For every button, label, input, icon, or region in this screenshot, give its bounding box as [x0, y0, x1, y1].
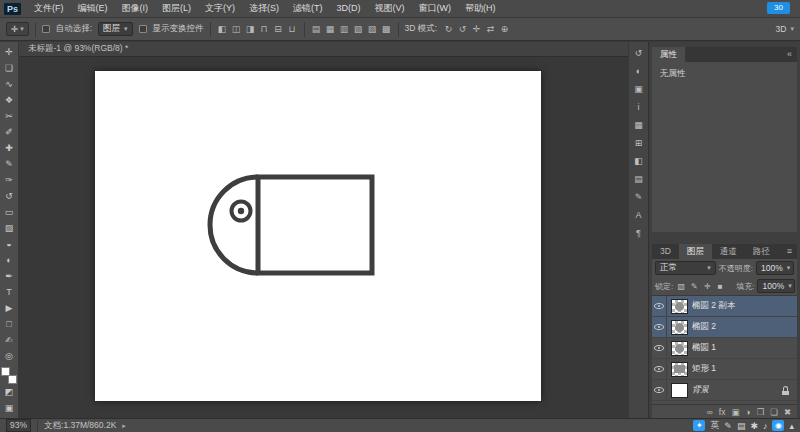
layer-row[interactable]: 椭圆 1 — [652, 338, 797, 359]
menu-file[interactable]: 文件(F) — [27, 3, 71, 13]
3d-drag-icon[interactable]: ✛ — [471, 24, 482, 34]
tray-expand-icon[interactable]: ▴ — [789, 421, 794, 431]
visibility-toggle[interactable] — [652, 338, 667, 358]
layer-row[interactable]: 矩形 1 — [652, 359, 797, 380]
blur-tool[interactable]: ◒ — [1, 236, 18, 252]
ime-settings-icon[interactable]: ✱ — [750, 421, 758, 431]
distribute-left-icon[interactable]: ▧ — [353, 24, 364, 34]
collapse-panels-icon[interactable]: « — [782, 47, 797, 62]
3d-scale-icon[interactable]: ⊕ — [499, 24, 510, 34]
show-transform-checkbox[interactable] — [139, 25, 147, 33]
masks-panel-icon[interactable]: ▣ — [631, 81, 647, 97]
color-panel-icon[interactable]: ◧ — [631, 153, 647, 169]
zoom-tool[interactable]: ◎ — [1, 348, 18, 364]
new-layer-icon[interactable]: ❏ — [770, 407, 778, 417]
adjustments-panel-icon[interactable]: ◐ — [631, 63, 647, 79]
rectangular-marquee-tool[interactable]: ❏ — [1, 60, 18, 76]
blend-mode-select[interactable]: 正常 ▾ — [655, 261, 716, 275]
visibility-toggle[interactable] — [652, 359, 667, 379]
menu-3d[interactable]: 3D(D) — [330, 3, 368, 13]
tab-3d[interactable]: 3D — [652, 244, 679, 259]
hand-tool[interactable]: ✍ — [1, 332, 18, 348]
eraser-tool[interactable]: ▭ — [1, 204, 18, 220]
color-swatches[interactable] — [1, 367, 17, 384]
workspace-switcher[interactable]: 3D ▾ — [776, 24, 794, 34]
distribute-bottom-icon[interactable]: ▥ — [339, 24, 350, 34]
layer-style-icon[interactable]: fx — [719, 407, 726, 417]
visibility-toggle[interactable] — [652, 317, 667, 337]
crop-tool[interactable]: ✂ — [1, 108, 18, 124]
auto-select-checkbox[interactable] — [42, 25, 50, 33]
character-panel-icon[interactable]: A — [631, 207, 647, 223]
tab-paths[interactable]: 路径 — [745, 244, 778, 259]
history-panel-icon[interactable]: ↺ — [631, 45, 647, 61]
layer-row[interactable]: 椭圆 2 副本 — [652, 296, 797, 317]
histogram-panel-icon[interactable]: ▦ — [631, 117, 647, 133]
volume-icon[interactable]: ♪ — [763, 421, 768, 431]
new-group-icon[interactable]: ❒ — [757, 407, 765, 417]
tool-preset-button[interactable]: ✛ ▾ — [6, 22, 29, 36]
history-brush-tool[interactable]: ↺ — [1, 188, 18, 204]
quick-mask-button[interactable]: ◩ — [1, 384, 18, 400]
gradient-tool[interactable]: ▨ — [1, 220, 18, 236]
lock-image-pixels-icon[interactable]: ✎ — [689, 282, 699, 291]
tab-channels[interactable]: 通道 — [712, 244, 745, 259]
panel-menu-icon[interactable]: ≡ — [782, 244, 797, 259]
quick-selection-tool[interactable]: ❖ — [1, 92, 18, 108]
link-layers-icon[interactable]: ∞ — [707, 407, 713, 417]
auto-select-dropdown[interactable]: 图层 ▾ — [98, 22, 133, 36]
eyedropper-tool[interactable]: ✐ — [1, 124, 18, 140]
screen-mode-button[interactable]: ▣ — [1, 400, 18, 416]
browser-icon[interactable]: ◉ — [772, 420, 784, 431]
menu-layer[interactable]: 图层(L) — [155, 3, 198, 13]
navigator-panel-icon[interactable]: ⊞ — [631, 135, 647, 151]
align-top-icon[interactable]: ⊓ — [259, 24, 270, 34]
clone-stamp-tool[interactable]: ✑ — [1, 172, 18, 188]
distribute-right-icon[interactable]: ▩ — [381, 24, 392, 34]
ime-language-indicator[interactable]: 英 — [710, 419, 719, 432]
3d-roll-icon[interactable]: ↺ — [457, 24, 468, 34]
layer-row[interactable]: 椭圆 2 — [652, 317, 797, 338]
visibility-toggle[interactable] — [652, 296, 667, 316]
add-mask-icon[interactable]: ▣ — [731, 407, 739, 417]
align-center-horizontal-icon[interactable]: ◫ — [231, 24, 242, 34]
layer-row[interactable]: 背景 — [652, 380, 797, 401]
menu-edit[interactable]: 编辑(E) — [71, 3, 115, 13]
canvas[interactable] — [95, 71, 541, 401]
lasso-tool[interactable]: ∿ — [1, 76, 18, 92]
opacity-select[interactable]: 100% ▾ — [756, 261, 794, 275]
adjustment-layer-icon[interactable]: ◑ — [745, 407, 750, 417]
lock-transparent-pixels-icon[interactable]: ▧ — [676, 282, 686, 291]
type-tool[interactable]: T — [1, 284, 18, 300]
path-selection-tool[interactable]: ▶ — [1, 300, 18, 316]
brush-panel-icon[interactable]: ✎ — [631, 189, 647, 205]
fill-select[interactable]: 100% ▾ — [757, 279, 795, 293]
align-bottom-icon[interactable]: ⊔ — [287, 24, 298, 34]
rectangle-tool[interactable]: □ — [1, 316, 18, 332]
delete-layer-icon[interactable]: ✖ — [784, 407, 791, 417]
menu-select[interactable]: 选择(S) — [242, 3, 286, 13]
menu-help[interactable]: 帮助(H) — [458, 3, 503, 13]
menu-image[interactable]: 图像(I) — [115, 3, 156, 13]
paragraph-panel-icon[interactable]: ¶ — [631, 225, 647, 241]
ime-pen-icon[interactable]: ✎ — [724, 421, 732, 431]
3d-rotate-icon[interactable]: ↻ — [443, 24, 454, 34]
info-panel-icon[interactable]: i — [631, 99, 647, 115]
align-left-icon[interactable]: ◧ — [217, 24, 228, 34]
foreground-color-swatch[interactable] — [1, 367, 10, 376]
visibility-toggle[interactable] — [652, 380, 667, 400]
lock-position-icon[interactable]: ✛ — [702, 282, 712, 291]
background-color-swatch[interactable] — [8, 375, 17, 384]
tab-layers[interactable]: 图层 — [679, 244, 712, 259]
3d-slide-icon[interactable]: ⇄ — [485, 24, 496, 34]
dodge-tool[interactable]: ◐ — [1, 252, 18, 268]
status-flyout-icon[interactable]: ▸ — [122, 422, 126, 430]
distribute-vertical-icon[interactable]: ▦ — [325, 24, 336, 34]
align-right-icon[interactable]: ◨ — [245, 24, 256, 34]
healing-brush-tool[interactable]: ✚ — [1, 140, 18, 156]
lock-all-icon[interactable]: ■ — [715, 282, 725, 291]
ime-keyboard-icon[interactable]: ▤ — [737, 421, 746, 431]
move-tool[interactable]: ✛ — [1, 44, 18, 60]
document-size-info[interactable]: 文档:1.37M/860.2K — [44, 420, 116, 432]
menu-filter[interactable]: 滤镜(T) — [286, 3, 330, 13]
